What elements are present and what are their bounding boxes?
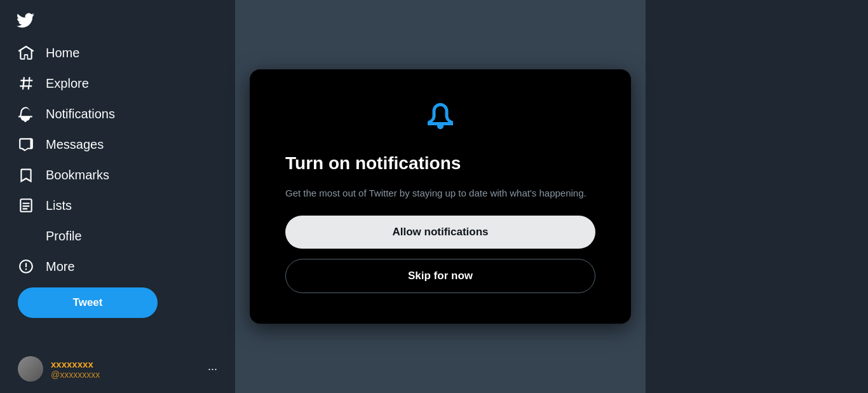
modal-bell-icon-container xyxy=(285,100,595,138)
sidebar-item-home[interactable]: Home xyxy=(10,38,225,67)
profile-icon xyxy=(18,228,34,244)
sidebar-item-home-label: Home xyxy=(46,46,79,60)
tweet-button[interactable]: Tweet xyxy=(18,287,158,318)
notifications-modal: Turn on notifications Get the most out o… xyxy=(250,69,631,324)
sidebar-item-more-label: More xyxy=(46,259,75,274)
notifications-icon xyxy=(18,106,34,122)
user-info: xxxxxxxx @xxxxxxxxx xyxy=(51,359,200,380)
modal-description: Get the most out of Twitter by staying u… xyxy=(285,186,587,201)
avatar xyxy=(18,356,43,382)
sidebar-item-lists[interactable]: Lists xyxy=(10,191,225,220)
modal-title: Turn on notifications xyxy=(285,153,461,174)
main-content: Turn on notifications Get the most out o… xyxy=(235,0,646,393)
bell-icon xyxy=(421,100,459,138)
sidebar-item-more[interactable]: More xyxy=(10,252,225,281)
lists-icon xyxy=(18,197,34,214)
messages-icon xyxy=(18,136,34,153)
right-panel xyxy=(646,0,868,393)
sidebar-item-notifications[interactable]: Notifications xyxy=(10,99,225,128)
sidebar-item-notifications-label: Notifications xyxy=(46,107,115,121)
sidebar: Home Explore Notifications Messages Book… xyxy=(0,0,235,393)
user-display-name: xxxxxxxx xyxy=(51,359,200,369)
sidebar-item-profile-label: Profile xyxy=(46,229,82,244)
user-handle: @xxxxxxxxx xyxy=(51,369,200,380)
skip-for-now-button[interactable]: Skip for now xyxy=(285,259,595,293)
sidebar-item-messages[interactable]: Messages xyxy=(10,130,225,159)
user-profile-bar[interactable]: xxxxxxxx @xxxxxxxxx ··· xyxy=(10,350,225,388)
more-icon xyxy=(18,258,34,275)
sidebar-item-lists-label: Lists xyxy=(46,198,72,213)
sidebar-item-bookmarks[interactable]: Bookmarks xyxy=(10,160,225,190)
home-icon xyxy=(18,45,34,61)
explore-icon xyxy=(18,75,34,92)
bookmarks-icon xyxy=(18,167,34,183)
sidebar-item-explore-label: Explore xyxy=(46,76,89,91)
modal-overlay: Turn on notifications Get the most out o… xyxy=(235,0,646,393)
sidebar-item-messages-label: Messages xyxy=(46,137,104,152)
user-menu-icon: ··· xyxy=(208,362,217,376)
twitter-bird-icon xyxy=(17,11,34,29)
sidebar-item-explore[interactable]: Explore xyxy=(10,69,225,98)
allow-notifications-button[interactable]: Allow notifications xyxy=(285,216,595,249)
sidebar-item-bookmarks-label: Bookmarks xyxy=(46,168,109,183)
sidebar-item-profile[interactable]: Profile xyxy=(10,221,225,251)
twitter-logo[interactable] xyxy=(10,5,41,36)
